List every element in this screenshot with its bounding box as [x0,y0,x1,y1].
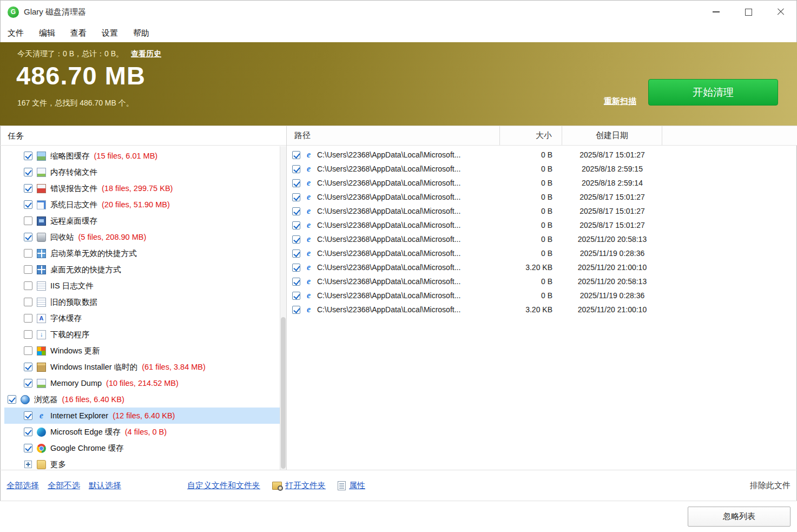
task-row[interactable]: 字体缓存 [4,310,286,326]
task-row[interactable]: Windows Installer 临时的(61 files, 3.84 MB) [4,359,286,375]
task-row[interactable]: 浏览器(16 files, 6.40 KB) [4,391,286,408]
task-row[interactable]: 桌面无效的快捷方式 [4,261,286,278]
file-checkbox[interactable] [292,306,300,314]
task-row[interactable]: 启动菜单无效的快捷方式 [4,245,286,261]
select-all-link[interactable]: 全部选择 [6,481,39,491]
file-checkbox[interactable] [292,221,300,229]
task-checkbox[interactable] [24,152,32,160]
task-row[interactable]: 下载的程序 [4,326,286,343]
task-row[interactable]: IIS 日志文件 [4,278,286,294]
expand-plus-icon[interactable] [24,461,32,468]
minimize-button[interactable] [700,0,732,24]
custom-files-link[interactable]: 自定义文件和文件夹 [187,481,260,491]
task-row[interactable]: 系统日志文件(20 files, 51.90 MB) [4,196,286,213]
rescan-link[interactable]: 重新扫描 [604,96,636,107]
task-checkbox[interactable] [24,428,32,436]
file-checkbox[interactable] [292,207,300,215]
task-row[interactable]: 远程桌面缓存 [4,213,286,229]
ignore-list-button[interactable]: 忽略列表 [688,507,791,527]
file-row[interactable]: C:\Users\22368\AppData\Local\Microsoft..… [287,260,797,274]
menu-item-0[interactable]: 文件 [8,28,24,38]
file-checkbox[interactable] [292,151,300,159]
task-row[interactable]: Internet Explorer(12 files, 6.40 KB) [4,408,286,424]
file-checkbox[interactable] [292,193,300,201]
task-row[interactable]: 回收站(5 files, 208.90 MB) [4,229,286,245]
task-checkbox[interactable] [24,298,32,306]
windows-update-icon [37,346,46,356]
task-label: 旧的预取数据 [50,297,97,307]
select-default-link[interactable]: 默认选择 [89,481,121,491]
file-row[interactable]: C:\Users\22368\AppData\Local\Microsoft..… [287,218,797,232]
column-header-size[interactable]: 大小 [500,126,562,145]
task-checkbox[interactable] [24,168,32,176]
open-folder-link[interactable]: 打开文件夹 [272,481,326,491]
close-button[interactable] [765,0,797,24]
file-row[interactable]: C:\Users\22368\AppData\Local\Microsoft..… [287,246,797,260]
select-none-link[interactable]: 全部不选 [48,481,80,491]
task-checkbox[interactable] [24,249,32,258]
task-row[interactable]: 旧的预取数据 [4,294,286,310]
task-row[interactable]: Memory Dump(10 files, 214.52 MB) [4,375,286,391]
task-checkbox[interactable] [24,265,32,274]
internet-explorer-icon [304,221,313,230]
menu-item-3[interactable]: 设置 [102,28,118,38]
file-checkbox[interactable] [292,278,300,286]
task-checkbox[interactable] [24,281,32,290]
menu-item-2[interactable]: 查看 [70,28,87,38]
column-header-path[interactable]: 路径 [287,126,500,145]
file-size: 0 B [500,150,562,159]
task-checkbox[interactable] [8,395,16,404]
file-row[interactable]: C:\Users\22368\AppData\Local\Microsoft..… [287,232,797,246]
task-list-scrollbar[interactable] [280,146,286,470]
task-row[interactable]: 缩略图缓存(15 files, 6.01 MB) [4,148,286,164]
maximize-button[interactable] [732,0,765,24]
file-checkbox[interactable] [292,179,300,187]
scrollbar-thumb[interactable] [281,317,286,469]
properties-link[interactable]: 属性 [338,481,365,491]
file-row[interactable]: C:\Users\22368\AppData\Local\Microsoft..… [287,162,797,176]
file-row[interactable]: C:\Users\22368\AppData\Local\Microsoft..… [287,148,797,162]
file-row[interactable]: C:\Users\22368\AppData\Local\Microsoft..… [287,288,797,303]
task-row[interactable]: 错误报告文件(18 files, 299.75 KB) [4,180,286,196]
task-row[interactable]: Google Chrome 缓存 [4,440,286,456]
file-row[interactable]: C:\Users\22368\AppData\Local\Microsoft..… [287,176,797,190]
task-checkbox[interactable] [24,184,32,193]
task-checkbox[interactable] [24,444,32,452]
file-size: 3.20 KB [500,305,562,314]
desktop-shortcut-icon [37,265,46,274]
menu-item-1[interactable]: 编辑 [39,28,55,38]
task-row[interactable]: 内存转储文件 [4,164,286,180]
file-checkbox[interactable] [292,235,300,244]
file-checkbox[interactable] [292,264,300,272]
task-label: 系统日志文件 [50,200,97,210]
task-checkbox[interactable] [24,346,32,355]
file-row[interactable]: C:\Users\22368\AppData\Local\Microsoft..… [287,190,797,204]
task-checkbox[interactable] [24,200,32,209]
file-row[interactable]: C:\Users\22368\AppData\Local\Microsoft..… [287,303,797,317]
task-row[interactable]: 更多 [4,456,286,470]
file-row[interactable]: C:\Users\22368\AppData\Local\Microsoft..… [287,274,797,288]
internet-explorer-icon [304,249,313,258]
task-checkbox[interactable] [24,233,32,241]
start-clean-button[interactable]: 开始清理 [648,79,778,106]
task-checkbox[interactable] [24,330,32,339]
task-row[interactable]: Microsoft Edge 缓存(4 files, 0 B) [4,424,286,440]
task-checkbox[interactable] [24,411,32,420]
file-checkbox[interactable] [292,165,300,173]
prefetch-data-icon [37,298,46,307]
file-checkbox[interactable] [292,249,300,258]
menu-item-4[interactable]: 帮助 [133,28,149,38]
exclude-file-link[interactable]: 排除此文件 [750,481,791,491]
internet-explorer-icon [304,263,313,272]
task-checkbox[interactable] [24,379,32,387]
task-label: IIS 日志文件 [50,281,94,291]
task-row[interactable]: Windows 更新 [4,343,286,359]
task-checkbox[interactable] [24,216,32,225]
task-checkbox[interactable] [24,314,32,323]
file-row[interactable]: C:\Users\22368\AppData\Local\Microsoft..… [287,204,797,218]
task-checkbox[interactable] [24,363,32,371]
more-folder-icon [37,460,46,469]
column-header-date[interactable]: 创建日期 [562,126,662,145]
view-history-link[interactable]: 查看历史 [131,49,161,59]
file-checkbox[interactable] [292,292,300,300]
